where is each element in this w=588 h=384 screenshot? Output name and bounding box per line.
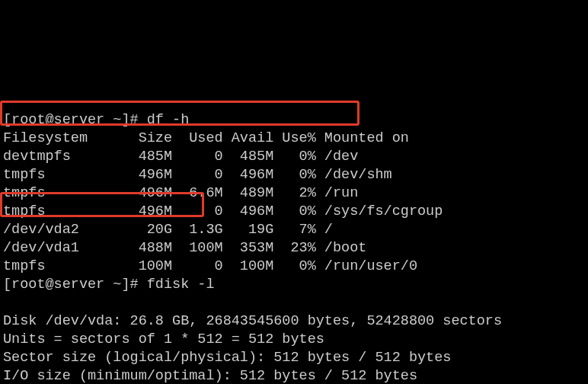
prompt-line-1: [root@server ~]# df -h (3, 112, 189, 128)
df-row: devtmpfs 485M 0 485M 0% /dev (3, 149, 358, 165)
command-fdisk: fdisk -l (147, 277, 215, 293)
prompt: [root@server ~]# (3, 277, 147, 293)
prompt: [root@server ~]# (3, 112, 147, 128)
df-header: Filesystem Size Used Avail Use% Mounted … (3, 130, 409, 146)
fdisk-sector-size: Sector size (logical/physical): 512 byte… (3, 350, 451, 366)
df-row: tmpfs 100M 0 100M 0% /run/user/0 (3, 258, 417, 274)
terminal[interactable]: [root@server ~]# df -h Filesystem Size U… (0, 91, 588, 384)
prompt-line-2: [root@server ~]# fdisk -l (3, 277, 215, 293)
df-row-highlighted: /dev/vda2 20G 1.3G 19G 7% / (3, 222, 333, 238)
fdisk-disk-rest: 26843545600 bytes, 52428800 sectors (197, 313, 502, 329)
command-df: df -h (147, 112, 190, 128)
fdisk-disk-line: Disk /dev/vda: 26.8 GB, 26843545600 byte… (3, 313, 502, 329)
fdisk-io-size: I/O size (minimum/optimal): 512 bytes / … (3, 368, 417, 384)
df-row: tmpfs 496M 0 496M 0% /sys/fs/cgroup (3, 203, 443, 219)
fdisk-disk-highlighted: Disk /dev/vda: 26.8 GB, (3, 313, 197, 329)
df-row: tmpfs 496M 6.6M 489M 2% /run (3, 185, 358, 201)
fdisk-units: Units = sectors of 1 * 512 = 512 bytes (3, 331, 324, 347)
df-row: tmpfs 496M 0 496M 0% /dev/shm (3, 167, 392, 183)
df-row: /dev/vda1 488M 100M 353M 23% /boot (3, 240, 366, 256)
